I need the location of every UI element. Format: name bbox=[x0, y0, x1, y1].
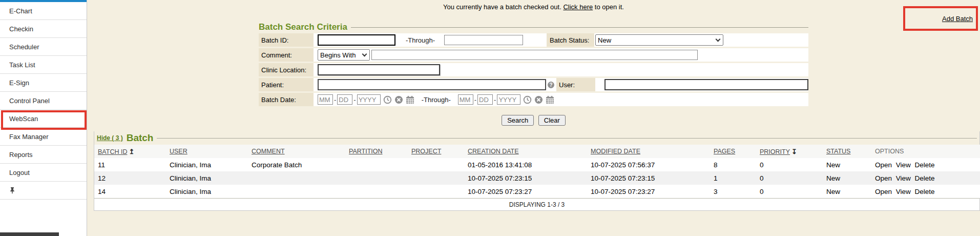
column-header-partition[interactable]: PARTITION bbox=[345, 145, 408, 158]
legend-divider bbox=[351, 27, 808, 28]
cell-user: Clinician, Ima bbox=[166, 158, 248, 171]
sidebar-item-task-list[interactable]: Task List bbox=[0, 56, 87, 74]
checkout-notice-link[interactable]: Click here bbox=[563, 3, 593, 11]
user-input[interactable] bbox=[604, 79, 808, 90]
cell-pages: 3 bbox=[710, 185, 756, 198]
column-header-project[interactable]: PROJECT bbox=[408, 145, 464, 158]
column-header-user[interactable]: USER bbox=[166, 145, 248, 158]
table-row: 11 Clinician, Ima Corporate Batch 01-05-… bbox=[94, 158, 980, 171]
batch-date-to-day-input[interactable] bbox=[477, 94, 493, 105]
sidebar-item-e-sign[interactable]: E-Sign bbox=[0, 74, 87, 92]
clear-button[interactable]: Clear bbox=[538, 115, 566, 126]
clinic-location-label: Clinic Location: bbox=[259, 63, 314, 76]
bottom-edge-bar bbox=[0, 232, 59, 236]
cell-comment: Corporate Batch bbox=[248, 158, 345, 171]
column-header-status[interactable]: STATUS bbox=[823, 145, 871, 158]
search-button[interactable]: Search bbox=[502, 115, 534, 126]
results-divider bbox=[157, 138, 977, 139]
batch-id-through-label: -Through- bbox=[406, 36, 435, 44]
batch-date-from-month-input[interactable] bbox=[318, 94, 333, 105]
sidebar-pin-toggle[interactable] bbox=[0, 182, 87, 200]
cell-user: Clinician, Ima bbox=[166, 185, 248, 198]
sidebar-item-label: Scheduler bbox=[9, 43, 39, 51]
clock-icon[interactable] bbox=[383, 95, 392, 104]
view-batch-link[interactable]: View bbox=[896, 161, 911, 169]
cell-batch-id: 14 bbox=[94, 185, 166, 198]
patient-label: Patient: bbox=[259, 78, 314, 91]
add-batch-link[interactable]: Add Batch bbox=[942, 15, 973, 23]
batch-date-to-month-input[interactable] bbox=[458, 94, 473, 105]
open-batch-link[interactable]: Open bbox=[875, 188, 892, 195]
calendar-icon[interactable] bbox=[406, 95, 414, 104]
sidebar-item-logout[interactable]: Logout bbox=[0, 164, 87, 182]
delete-batch-link[interactable]: Delete bbox=[915, 188, 935, 195]
batch-status-select[interactable]: New bbox=[595, 34, 723, 46]
sidebar-item-label: Control Panel bbox=[9, 97, 50, 105]
batch-date-through-label: -Through- bbox=[422, 96, 451, 104]
batch-date-from-year-input[interactable] bbox=[357, 94, 381, 105]
cell-pages: 1 bbox=[710, 171, 756, 185]
view-batch-link[interactable]: View bbox=[896, 188, 911, 195]
sidebar-item-webscan[interactable]: WebScan bbox=[0, 110, 87, 128]
clear-date-icon[interactable] bbox=[534, 95, 543, 104]
pushpin-icon bbox=[9, 187, 15, 194]
sidebar-item-label: Fax Manager bbox=[9, 133, 49, 141]
patient-user-row: Patient: ? User: bbox=[259, 78, 808, 91]
comment-match-select[interactable]: Begins With bbox=[318, 49, 370, 61]
sidebar: E-Chart Checkin Scheduler Task List E-Si… bbox=[0, 0, 87, 236]
view-batch-link[interactable]: View bbox=[896, 174, 911, 182]
comment-input[interactable] bbox=[371, 50, 698, 60]
batch-table: BATCH ID↥ USER COMMENT PARTITION PROJECT… bbox=[94, 145, 980, 198]
batch-id-to-input[interactable] bbox=[444, 35, 523, 45]
sidebar-item-e-chart[interactable]: E-Chart bbox=[0, 2, 87, 20]
clock-icon[interactable] bbox=[523, 95, 532, 104]
cell-pages: 8 bbox=[710, 158, 756, 171]
question-mark-icon[interactable]: ? bbox=[548, 82, 554, 88]
delete-batch-link[interactable]: Delete bbox=[915, 161, 935, 169]
cell-modified-date: 10-07-2025 07:56:37 bbox=[587, 158, 710, 171]
sidebar-item-fax-manager[interactable]: Fax Manager bbox=[0, 128, 87, 146]
batch-id-from-input[interactable] bbox=[318, 34, 395, 46]
batch-date-label: Batch Date: bbox=[259, 93, 314, 106]
calendar-icon[interactable] bbox=[546, 95, 554, 104]
results-title: Batch bbox=[127, 132, 154, 144]
cell-status: New bbox=[823, 171, 871, 185]
sidebar-item-control-panel[interactable]: Control Panel bbox=[0, 92, 87, 110]
cell-user: Clinician, Ima bbox=[166, 171, 248, 185]
sort-ascending-icon: ↥ bbox=[129, 148, 134, 155]
open-batch-link[interactable]: Open bbox=[875, 161, 892, 169]
hide-results-link[interactable]: Hide ( 3 ) bbox=[97, 134, 123, 142]
column-header-priority[interactable]: PRIORITY↧ bbox=[756, 145, 823, 158]
sidebar-item-label: E-Sign bbox=[9, 79, 29, 87]
cell-options: Open View Delete bbox=[871, 171, 980, 185]
table-row: 14 Clinician, Ima 10-07-2025 07:23:27 10… bbox=[94, 185, 980, 198]
sidebar-item-checkin[interactable]: Checkin bbox=[0, 20, 87, 38]
clinic-location-row: Clinic Location: bbox=[259, 63, 808, 76]
open-batch-link[interactable]: Open bbox=[875, 174, 892, 182]
delete-batch-link[interactable]: Delete bbox=[915, 174, 935, 182]
column-header-batch-id[interactable]: BATCH ID↥ bbox=[94, 145, 166, 158]
cell-modified-date: 10-07-2025 07:23:15 bbox=[587, 171, 710, 185]
batch-id-label: Batch ID: bbox=[259, 33, 314, 47]
user-label: User: bbox=[556, 78, 595, 91]
results-pagination-status: DISPLAYING 1-3 / 3 bbox=[94, 198, 979, 210]
sidebar-item-label: Reports bbox=[9, 151, 33, 159]
batch-date-to-year-input[interactable] bbox=[497, 94, 520, 105]
clinic-location-input[interactable] bbox=[318, 64, 440, 75]
checkout-notice: You currently have a batch checked out. … bbox=[87, 3, 980, 11]
batch-date-from-day-input[interactable] bbox=[337, 94, 352, 105]
cell-status: New bbox=[823, 158, 871, 171]
date-separator: - bbox=[334, 96, 336, 104]
clear-date-icon[interactable] bbox=[394, 95, 403, 104]
sidebar-item-scheduler[interactable]: Scheduler bbox=[0, 38, 87, 56]
column-header-pages[interactable]: PAGES bbox=[710, 145, 756, 158]
column-header-creation-date[interactable]: CREATION DATE bbox=[464, 145, 587, 158]
cell-creation-date: 01-05-2016 13:41:08 bbox=[464, 158, 587, 171]
column-header-comment[interactable]: COMMENT bbox=[248, 145, 345, 158]
column-header-modified-date[interactable]: MODIFIED DATE bbox=[587, 145, 710, 158]
batch-id-row: Batch ID: -Through- Batch Status: New bbox=[259, 33, 808, 47]
patient-input[interactable] bbox=[318, 79, 546, 90]
sidebar-item-reports[interactable]: Reports bbox=[0, 146, 87, 164]
cell-options: Open View Delete bbox=[871, 158, 980, 171]
cell-modified-date: 10-07-2025 07:23:27 bbox=[587, 185, 710, 198]
